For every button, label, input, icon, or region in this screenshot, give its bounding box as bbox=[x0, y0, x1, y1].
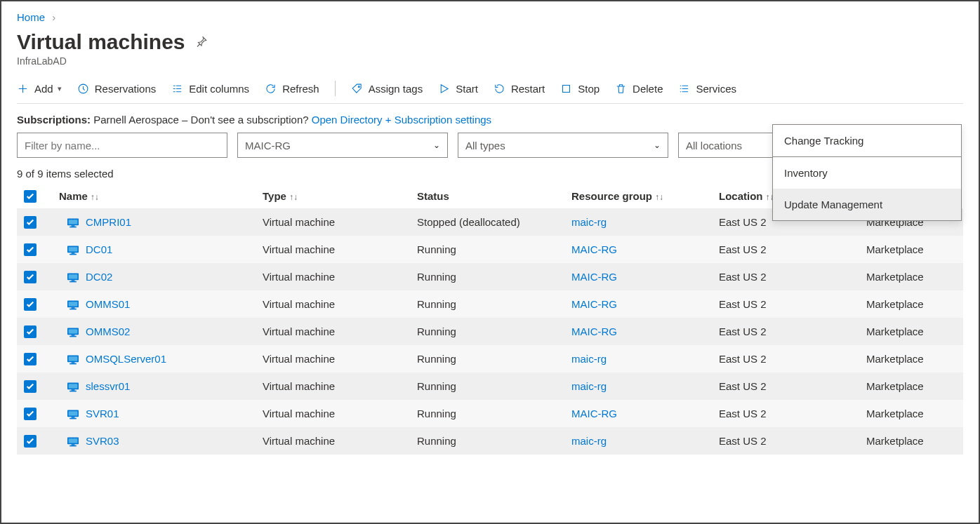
vm-icon bbox=[66, 245, 80, 256]
cell-type: Virtual machine bbox=[256, 290, 410, 318]
refresh-label: Refresh bbox=[282, 83, 319, 95]
table-row[interactable]: SVR01Virtual machineRunningMAIC-RGEast U… bbox=[17, 400, 963, 427]
open-directory-link[interactable]: Open Directory + Subscription settings bbox=[312, 114, 491, 126]
chevron-down-icon: ▾ bbox=[58, 84, 62, 93]
services-button[interactable]: Services bbox=[678, 83, 736, 95]
cell-status: Running bbox=[410, 345, 564, 372]
row-checkbox[interactable] bbox=[24, 298, 37, 311]
cell-source: Marketplace bbox=[859, 263, 963, 290]
resource-group-link[interactable]: MAIC-RG bbox=[571, 243, 617, 255]
assign-tags-button[interactable]: Assign tags bbox=[351, 83, 423, 95]
row-checkbox[interactable] bbox=[24, 325, 37, 338]
services-change-tracking[interactable]: Change Tracking bbox=[773, 125, 961, 157]
vm-name-link[interactable]: DC02 bbox=[86, 271, 112, 283]
services-label: Services bbox=[696, 83, 736, 95]
vm-table: Name↑↓ Type↑↓ Status Resource group↑↓ Lo… bbox=[17, 184, 963, 455]
add-button[interactable]: Add ▾ bbox=[17, 83, 62, 95]
svg-rect-24 bbox=[69, 356, 78, 361]
vm-name-link[interactable]: DC01 bbox=[86, 243, 112, 255]
col-header-type[interactable]: Type↑↓ bbox=[256, 184, 410, 208]
cell-source: Marketplace bbox=[859, 290, 963, 318]
cell-status: Running bbox=[410, 290, 564, 318]
cell-type: Virtual machine bbox=[256, 427, 410, 455]
filter-name-input[interactable] bbox=[17, 133, 227, 158]
add-label: Add bbox=[34, 83, 53, 95]
stop-button[interactable]: Stop bbox=[560, 83, 600, 95]
filter-locations-value: All locations bbox=[686, 140, 742, 152]
resource-group-link[interactable]: MAIC-RG bbox=[571, 325, 617, 337]
table-row[interactable]: slessvr01Virtual machineRunningmaic-rgEa… bbox=[17, 372, 963, 400]
filter-resource-group[interactable]: MAIC-RG ⌄ bbox=[237, 133, 448, 158]
delete-label: Delete bbox=[633, 83, 663, 95]
services-inventory[interactable]: Inventory bbox=[773, 157, 961, 189]
resource-group-link[interactable]: maic-rg bbox=[571, 435, 607, 447]
resource-group-link[interactable]: MAIC-RG bbox=[571, 408, 617, 419]
vm-name-link[interactable]: slessvr01 bbox=[86, 380, 130, 392]
cell-type: Virtual machine bbox=[256, 208, 410, 236]
select-all-checkbox[interactable] bbox=[24, 190, 37, 203]
breadcrumb-home[interactable]: Home bbox=[17, 11, 45, 23]
vm-name-link[interactable]: SVR03 bbox=[86, 435, 119, 447]
filter-types[interactable]: All types ⌄ bbox=[458, 133, 668, 158]
delete-button[interactable]: Delete bbox=[615, 83, 663, 95]
command-bar: Add ▾ Reservations Edit columns Refresh … bbox=[17, 81, 963, 104]
vm-icon bbox=[66, 409, 80, 420]
assign-tags-label: Assign tags bbox=[369, 83, 423, 95]
row-checkbox[interactable] bbox=[24, 243, 37, 256]
table-row[interactable]: OMMS01Virtual machineRunningMAIC-RGEast … bbox=[17, 290, 963, 318]
resource-group-link[interactable]: maic-rg bbox=[571, 216, 607, 228]
svg-rect-4 bbox=[69, 220, 78, 224]
table-row[interactable]: OMMS02Virtual machineRunningMAIC-RGEast … bbox=[17, 318, 963, 345]
vm-name-link[interactable]: OMMS02 bbox=[86, 325, 130, 337]
cell-type: Virtual machine bbox=[256, 345, 410, 372]
resource-group-link[interactable]: MAIC-RG bbox=[571, 271, 617, 283]
vm-icon bbox=[66, 436, 80, 448]
svg-rect-9 bbox=[72, 253, 75, 254]
restart-button[interactable]: Restart bbox=[494, 83, 545, 95]
col-header-name[interactable]: Name↑↓ bbox=[52, 184, 256, 208]
vm-name-link[interactable]: OMSQLServer01 bbox=[86, 353, 166, 365]
cell-type: Virtual machine bbox=[256, 236, 410, 263]
svg-rect-14 bbox=[69, 281, 77, 282]
services-update-management[interactable]: Update Management bbox=[773, 189, 961, 220]
svg-point-1 bbox=[358, 86, 359, 87]
table-row[interactable]: DC02Virtual machineRunningMAIC-RGEast US… bbox=[17, 263, 963, 290]
vm-name-link[interactable]: SVR01 bbox=[86, 408, 119, 419]
edit-columns-button[interactable]: Edit columns bbox=[171, 83, 249, 95]
table-row[interactable]: SVR03Virtual machineRunningmaic-rgEast U… bbox=[17, 427, 963, 455]
table-row[interactable]: DC01Virtual machineRunningMAIC-RGEast US… bbox=[17, 236, 963, 263]
filter-types-value: All types bbox=[465, 140, 505, 152]
row-checkbox[interactable] bbox=[24, 271, 37, 283]
svg-rect-37 bbox=[72, 444, 75, 445]
filter-rg-value: MAIC-RG bbox=[245, 140, 291, 152]
refresh-button[interactable]: Refresh bbox=[265, 83, 319, 95]
chevron-down-icon: ⌄ bbox=[433, 140, 440, 150]
row-checkbox[interactable] bbox=[24, 380, 37, 393]
row-checkbox[interactable] bbox=[24, 353, 37, 365]
reservations-button[interactable]: Reservations bbox=[77, 83, 157, 95]
col-header-status[interactable]: Status bbox=[410, 184, 564, 208]
pin-icon[interactable] bbox=[195, 35, 208, 50]
vm-name-link[interactable]: CMPRI01 bbox=[86, 216, 131, 228]
cell-source: Marketplace bbox=[859, 372, 963, 400]
resource-group-link[interactable]: MAIC-RG bbox=[571, 298, 617, 310]
table-row[interactable]: OMSQLServer01Virtual machineRunningmaic-… bbox=[17, 345, 963, 372]
svg-rect-6 bbox=[69, 226, 77, 227]
filter-locations[interactable]: All locations bbox=[678, 133, 776, 158]
svg-rect-8 bbox=[69, 247, 78, 251]
resource-group-link[interactable]: maic-rg bbox=[571, 380, 607, 392]
start-button[interactable]: Start bbox=[438, 83, 478, 95]
col-header-resource-group[interactable]: Resource group↑↓ bbox=[564, 184, 712, 208]
row-checkbox[interactable] bbox=[24, 216, 37, 229]
stop-label: Stop bbox=[578, 83, 600, 95]
cell-location: East US 2 bbox=[712, 263, 859, 290]
resource-group-link[interactable]: maic-rg bbox=[571, 353, 607, 365]
svg-rect-25 bbox=[72, 362, 75, 363]
cell-location: East US 2 bbox=[712, 318, 859, 345]
row-checkbox[interactable] bbox=[24, 408, 37, 420]
vm-name-link[interactable]: OMMS01 bbox=[86, 298, 130, 310]
reservations-label: Reservations bbox=[95, 83, 157, 95]
svg-rect-22 bbox=[69, 335, 77, 337]
sort-icon: ↑↓ bbox=[655, 192, 663, 202]
row-checkbox[interactable] bbox=[24, 435, 37, 448]
